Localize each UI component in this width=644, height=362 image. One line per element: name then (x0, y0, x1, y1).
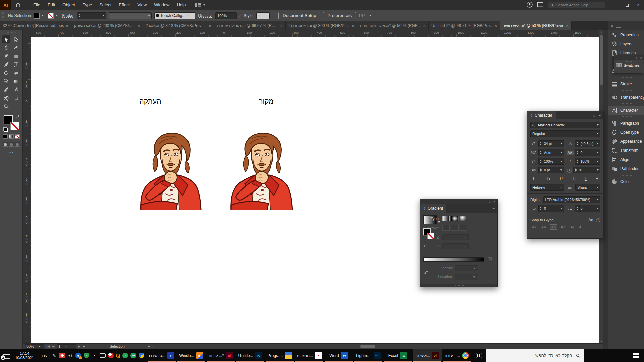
tray-icon[interactable]: e (75, 353, 81, 358)
shape-builder-tool[interactable] (2, 94, 10, 102)
snap-ag-button[interactable]: Ag (588, 218, 593, 222)
taskbar-app-button[interactable]: Word W (324, 349, 354, 362)
close-button[interactable]: × (633, 0, 644, 10)
opacity-label[interactable]: Opacity: (198, 13, 213, 18)
language-select[interactable]: Hebrew (530, 184, 564, 191)
preferences-button[interactable]: Preferences (323, 12, 356, 19)
last-page-button[interactable]: ▶| (83, 345, 87, 348)
dock-group-grip[interactable] (608, 173, 644, 177)
gradient-tool[interactable] (12, 77, 20, 85)
copy-text-label[interactable]: העתקה (135, 97, 165, 105)
stroke-color-swatch[interactable] (10, 122, 19, 130)
taskbar-app-button[interactable]: סרטים ו... ▶ (147, 349, 176, 362)
type-style-button[interactable]: Ŧ (595, 176, 600, 181)
dock-group-grip[interactable] (608, 88, 644, 93)
artboard[interactable]: העתקה מקור (31, 37, 599, 343)
dock-item-align[interactable]: Align (608, 155, 644, 164)
stroke-swatch[interactable] (48, 13, 54, 19)
panel-menu-icon[interactable]: ≡ (493, 207, 495, 211)
chevron-down-icon[interactable] (438, 221, 440, 223)
tray-icon[interactable] (59, 353, 65, 358)
controlbar-grip[interactable] (2, 12, 4, 19)
baseline-shift-field[interactable]: 0 pt (538, 167, 564, 173)
stroke-label[interactable]: Stroke: (62, 13, 74, 18)
kashida-long-field[interactable]: 0 (575, 205, 601, 212)
notification-icon[interactable]: 2 (3, 353, 10, 359)
fill-stroke-control[interactable]: ⇄ (4, 115, 19, 130)
variable-width-profile[interactable] (109, 12, 152, 19)
lasso-bubble-tool[interactable] (2, 77, 10, 85)
dock-collapse-icon[interactable]: » (611, 23, 613, 28)
prev-page-button[interactable]: ◀ (52, 345, 55, 348)
radial-gradient-button[interactable] (451, 216, 459, 221)
dock-item-transform[interactable]: Transform (608, 146, 644, 155)
taskbar-app-button[interactable]: Windo... ▶ (176, 349, 206, 362)
freeform-gradient-button[interactable] (460, 216, 467, 221)
tab-close-icon[interactable]: × (423, 23, 426, 28)
font-size-field[interactable]: 34 pt (538, 140, 564, 147)
menu-item[interactable]: Type (79, 0, 96, 10)
document-tab[interactable]: 2 לוגו.ai @ 3.13 % (CMYK/Previ... × (143, 21, 214, 30)
collapse-panel-icon[interactable]: » (593, 114, 595, 118)
taskbar-search[interactable] (486, 349, 584, 362)
menu-item[interactable]: Window (150, 0, 173, 10)
color-mode-button[interactable] (3, 134, 8, 139)
workspace-switcher[interactable] (195, 3, 207, 7)
panel-toggle-icon[interactable] (537, 2, 543, 8)
dock-layout-icon[interactable] (616, 24, 621, 28)
tray-icon[interactable]: ✓ (139, 353, 144, 358)
tracking-field[interactable]: 0 (575, 149, 601, 156)
document-tab[interactable]: לוגו משחק.ai @ 200 % (CMYK/... × (71, 21, 143, 30)
dock-item-transparency[interactable]: Transparency (608, 93, 644, 102)
next-page-button[interactable]: ▶ (78, 345, 81, 348)
eraser-tool[interactable] (12, 69, 20, 77)
snap-option-button[interactable]: Ag (550, 224, 557, 230)
help-search-input[interactable] (556, 3, 603, 7)
character-rotation-field[interactable]: 0° (573, 167, 601, 173)
flyout-close-icon[interactable]: × (640, 56, 642, 60)
gradient-slider[interactable] (423, 257, 484, 262)
selection-tool[interactable] (2, 35, 10, 43)
tab-close-icon[interactable]: × (352, 23, 354, 28)
tab-close-icon[interactable]: × (66, 23, 68, 28)
chevron-down-icon[interactable] (368, 15, 373, 16)
align-glyphs-icon[interactable] (359, 12, 365, 19)
collapse-panel-icon[interactable]: « (489, 200, 491, 204)
dock-item-layers[interactable]: Layers (608, 39, 644, 48)
document-tab[interactable]: 2) מסגרות).ai @ 300 % (RGB/Pr... × (286, 21, 357, 30)
artboard-tool[interactable] (12, 94, 20, 102)
submenu-arrow-icon[interactable]: › (239, 13, 241, 18)
home-icon[interactable] (11, 3, 25, 7)
first-page-button[interactable]: |◀ (46, 345, 50, 348)
dock-item-color[interactable]: Color (608, 177, 644, 186)
tab-close-icon[interactable]: × (280, 23, 283, 28)
snap-option-button[interactable]: Âg (559, 224, 567, 230)
tray-icon[interactable] (100, 353, 106, 358)
chevron-down-icon[interactable] (185, 15, 190, 16)
type-style-button[interactable]: TT (531, 176, 539, 181)
start-button[interactable] (628, 349, 644, 362)
panel-menu-icon[interactable]: ≡ (599, 114, 601, 118)
paintbrush-tool[interactable] (2, 60, 10, 68)
taskbar-app-button[interactable]: Progra... (265, 349, 294, 362)
vertical-scroll-thumb[interactable] (600, 35, 603, 85)
thinking-man-copy[interactable] (136, 129, 205, 210)
snap-option-button[interactable]: A\ (569, 224, 575, 230)
antialias-select[interactable]: Sharp (575, 184, 600, 191)
taskbar-app-button[interactable]: איש חו... Ai (413, 349, 442, 362)
rectangle-tool[interactable] (12, 52, 20, 60)
menu-item[interactable]: View (133, 0, 150, 10)
zoom-level-select[interactable]: 50% (25, 344, 44, 349)
horizontal-scroll-thumb[interactable] (360, 345, 375, 348)
menu-item[interactable]: File (30, 0, 44, 10)
more-tools-button[interactable]: ••• (8, 151, 14, 155)
ruler-origin[interactable] (23, 30, 31, 37)
original-text-label[interactable]: מקור (251, 97, 281, 105)
document-tab[interactable]: איש חושב עבה.ai* @ 50 % (RGB... × (357, 21, 429, 30)
taskbar-app-button[interactable]: קורות ...* Id (206, 349, 235, 362)
type-style-button[interactable]: T₁ (571, 176, 577, 181)
digits-select[interactable]: LTR Arabic (0123456789%) (543, 196, 600, 203)
pen-tool[interactable] (2, 44, 10, 52)
minimize-button[interactable]: ─ (610, 0, 621, 10)
document-tab[interactable]: Untitled-2* @ 48.71 % (RGB/Pre... × (429, 21, 500, 30)
